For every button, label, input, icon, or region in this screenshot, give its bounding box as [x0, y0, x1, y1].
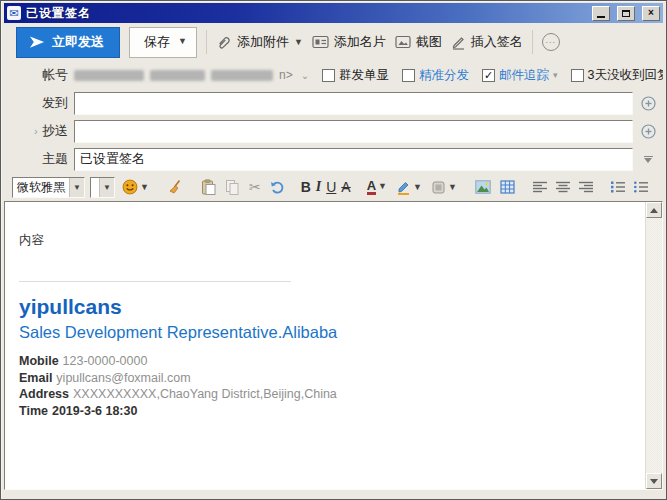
font-family-select[interactable]: 微软雅黑 ▼: [12, 177, 85, 198]
option-mass-send[interactable]: 群发单显: [322, 67, 389, 84]
pen-icon: [451, 35, 466, 50]
close-button[interactable]: ×: [642, 6, 660, 21]
unordered-list-button[interactable]: [632, 180, 650, 194]
add-to-contact[interactable]: [633, 96, 663, 111]
subject-input[interactable]: [74, 148, 633, 171]
option-mail-tracking[interactable]: ✓ 邮件追踪 ▾: [482, 67, 558, 84]
editor-scrollbar[interactable]: [645, 202, 662, 489]
mass-send-checkbox[interactable]: [322, 69, 335, 82]
cc-input[interactable]: [74, 120, 633, 143]
minimize-button[interactable]: [592, 6, 610, 21]
highlight-pen-icon: [396, 180, 411, 195]
save-button[interactable]: 保存 ▼: [129, 27, 197, 58]
insert-table-button[interactable]: [498, 179, 517, 195]
signature-field-address: AddressXXXXXXXXXX,ChaoYang District,Beij…: [19, 386, 631, 403]
mail-tracking-arrow[interactable]: ▾: [553, 70, 558, 80]
mobile-value: 123-0000-0000: [63, 354, 148, 368]
cc-expand-chevron[interactable]: ›: [34, 125, 38, 137]
content-text: 内容: [19, 232, 631, 249]
mobile-label: Mobile: [19, 354, 59, 368]
scroll-down-button[interactable]: [646, 473, 662, 489]
insert-image-button[interactable]: [473, 179, 493, 195]
email-label: Email: [19, 371, 52, 385]
screenshot-label: 截图: [416, 33, 442, 51]
font-family-arrow[interactable]: ▼: [69, 178, 84, 197]
ordered-list-button[interactable]: [609, 180, 627, 194]
to-row: 发到: [4, 91, 663, 115]
main-toolbar: 立即发送 保存 ▼ 添加附件 ▼ 添加名片: [4, 23, 663, 61]
font-color-arrow[interactable]: ▼: [378, 182, 387, 191]
email-value: yipullcans@foxmail.com: [56, 371, 190, 385]
account-selector[interactable]: n> ⌄: [74, 68, 314, 82]
fill-color-arrow[interactable]: ▼: [448, 183, 457, 192]
account-dropdown-chevron[interactable]: ⌄: [301, 70, 309, 81]
clear-format-button[interactable]: [165, 178, 185, 196]
compose-window: ✉ 已设置签名 × 立即发送 保存 ▼ 添加附件 ▼: [0, 0, 667, 500]
plus-circle-icon: [641, 96, 656, 111]
unordered-list-icon: [634, 181, 648, 193]
mail-tracking-label: 邮件追踪: [499, 67, 549, 84]
scissors-icon: ✂: [249, 179, 261, 195]
paste-button[interactable]: [199, 178, 218, 196]
address-value: XXXXXXXXXX,ChaoYang District,Beijing,Chi…: [73, 387, 337, 401]
emoji-dropdown-arrow[interactable]: ▼: [140, 183, 149, 192]
font-color-icon: A: [367, 179, 376, 196]
precise-dispatch-checkbox[interactable]: [402, 69, 415, 82]
mail-tracking-checkbox[interactable]: ✓: [482, 69, 495, 82]
more-options-icon[interactable]: ...: [542, 33, 560, 51]
align-right-button[interactable]: [577, 180, 595, 194]
signature-field-time: Time2019-3-6 18:30: [19, 403, 631, 420]
save-dropdown-arrow[interactable]: ▼: [178, 37, 187, 46]
reply-reminder-checkbox[interactable]: [571, 69, 584, 82]
subject-label: 主题: [4, 150, 74, 168]
mass-send-label: 群发单显: [339, 67, 389, 84]
underline-button[interactable]: U: [326, 180, 336, 194]
minimize-icon: [597, 16, 605, 18]
send-now-button[interactable]: 立即发送: [16, 27, 120, 58]
strikethrough-button[interactable]: A: [341, 180, 350, 194]
to-label: 发到: [4, 94, 74, 112]
italic-button[interactable]: I: [316, 180, 321, 194]
window-title: 已设置签名: [26, 5, 585, 22]
contact-card-icon: [312, 35, 329, 49]
highlight-button[interactable]: ▼: [394, 179, 424, 196]
font-size-select[interactable]: ▼: [90, 177, 115, 198]
toolbar-separator: [206, 30, 207, 54]
undo-button[interactable]: [268, 179, 287, 196]
editor-body[interactable]: 内容 yipullcans Sales Development Represen…: [5, 202, 645, 489]
insert-signature-button[interactable]: 插入签名: [451, 33, 523, 51]
font-color-button[interactable]: A ▼: [365, 178, 389, 197]
emoji-button[interactable]: ▼: [120, 178, 151, 196]
option-reply-reminder[interactable]: 3天没收到回复提醒 ▾: [571, 67, 663, 84]
add-cc-contact[interactable]: [633, 124, 663, 139]
redacted-block: [74, 70, 144, 81]
fill-color-button[interactable]: ▼: [429, 179, 459, 196]
address-label: Address: [19, 387, 69, 401]
screenshot-button[interactable]: 截图: [395, 33, 442, 51]
signature-title: Sales Development Representative.Alibaba: [19, 323, 631, 342]
cut-button[interactable]: ✂: [247, 178, 263, 196]
align-center-button[interactable]: [554, 180, 572, 194]
send-icon: [30, 35, 45, 49]
redacted-block: [211, 70, 273, 81]
option-precise-dispatch[interactable]: 精准分发: [402, 67, 469, 84]
plus-circle-icon: [641, 124, 656, 139]
add-card-button[interactable]: 添加名片: [312, 33, 386, 51]
scroll-up-button[interactable]: [646, 202, 662, 218]
app-icon: ✉: [7, 6, 21, 20]
signature-name: yipullcans: [19, 295, 631, 319]
reply-reminder-label: 3天没收到回复提醒: [588, 67, 663, 84]
expand-more-icon: [644, 156, 653, 163]
highlight-arrow[interactable]: ▼: [413, 183, 422, 192]
maximize-button[interactable]: [617, 6, 635, 21]
ordered-list-icon: [611, 181, 625, 193]
subject-expand-button[interactable]: [633, 156, 663, 163]
font-size-arrow[interactable]: ▼: [99, 178, 114, 197]
bold-button[interactable]: B: [301, 180, 311, 194]
align-left-button[interactable]: [531, 180, 549, 194]
add-attachment-button[interactable]: 添加附件 ▼: [216, 33, 303, 51]
screenshot-icon: [395, 35, 411, 49]
copy-button[interactable]: [223, 178, 242, 196]
to-input[interactable]: [74, 92, 633, 115]
attach-dropdown-arrow[interactable]: ▼: [294, 38, 303, 47]
